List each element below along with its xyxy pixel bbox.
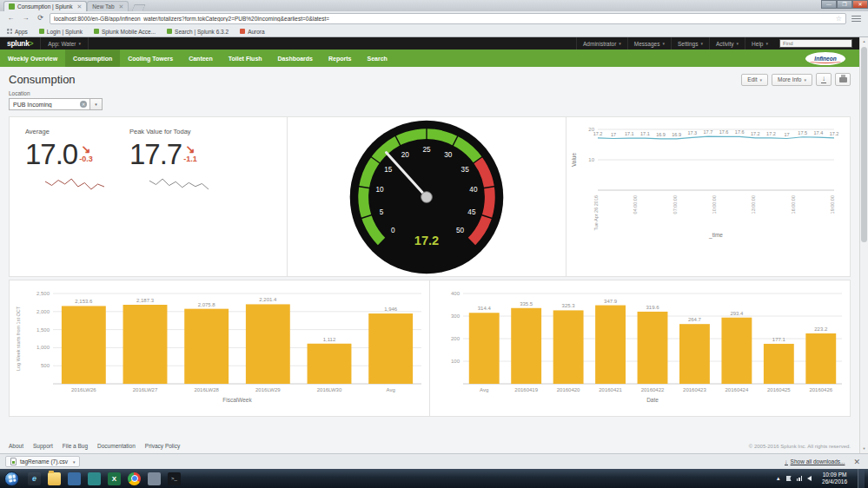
svg-text:2016LW28: 2016LW28: [194, 387, 219, 392]
svg-text:300: 300: [450, 313, 460, 319]
taskbar-app-blue-icon[interactable]: [68, 472, 81, 485]
nav-weekly-overview[interactable]: Weekly Overview: [0, 49, 65, 67]
taskbar-file-explorer-icon[interactable]: [48, 472, 61, 485]
nav-search[interactable]: Search: [359, 49, 394, 67]
export-button[interactable]: ↓: [816, 73, 832, 86]
bookmark-search-splunk[interactable]: Search | Splunk 6.3.2: [167, 29, 229, 35]
app-menu[interactable]: App: Water▾: [40, 37, 89, 49]
bookmark-apps[interactable]: Apps: [7, 29, 28, 35]
footer-link-support[interactable]: Support: [33, 443, 53, 449]
footer-link-documentation[interactable]: Documentation: [97, 443, 136, 449]
nav-reports[interactable]: Reports: [321, 49, 359, 67]
tab-consumption[interactable]: Consumption | Splunk ✕: [3, 1, 87, 11]
tab-new-tab[interactable]: New Tab ✕: [87, 1, 129, 11]
splunk-favicon-icon: [9, 3, 15, 10]
taskbar-terminal-icon[interactable]: >_: [168, 472, 181, 485]
nav-cooling-towers[interactable]: Cooling Towers: [120, 49, 181, 67]
action-center-flag-icon[interactable]: [786, 476, 792, 481]
tab-close-icon[interactable]: ✕: [76, 3, 82, 10]
svg-text:17.2: 17.2: [766, 131, 776, 136]
page-scrollbar[interactable]: ▲ ▼: [859, 37, 868, 453]
find-input[interactable]: [779, 39, 852, 48]
footer-link-privacy-policy[interactable]: Privacy Policy: [145, 443, 180, 449]
svg-text:Date: Date: [646, 397, 659, 403]
nav-canteen[interactable]: Canteen: [181, 49, 221, 67]
bookmark-star-icon[interactable]: ☆: [836, 16, 842, 23]
svg-text:1,946: 1,946: [384, 307, 398, 312]
close-button[interactable]: ✕: [852, 0, 868, 9]
menu-administrator[interactable]: Administrator▾: [576, 37, 627, 49]
new-tab-button[interactable]: [132, 4, 146, 11]
chevron-down-icon: ▾: [79, 41, 82, 46]
menu-help[interactable]: Help▾: [745, 37, 774, 49]
footer-link-about[interactable]: About: [9, 443, 23, 449]
volume-icon[interactable]: [807, 476, 812, 481]
print-button[interactable]: [835, 73, 851, 86]
scrollbar-thumb[interactable]: [861, 47, 867, 242]
location-input[interactable]: [9, 98, 90, 110]
svg-text:16.9: 16.9: [672, 132, 681, 137]
nav-consumption[interactable]: Consumption: [65, 49, 120, 67]
more-info-button[interactable]: More Info▾: [772, 74, 812, 86]
page-icon: [240, 29, 245, 34]
svg-text:15: 15: [384, 165, 393, 173]
taskbar-internet-explorer-icon[interactable]: e: [28, 472, 41, 485]
bookmark-login-splunk[interactable]: Login | Splunk: [39, 29, 83, 35]
taskbar-clock[interactable]: 10:09 PM 26/4/2016: [817, 472, 852, 486]
bookmark-aurora[interactable]: Aurora: [240, 29, 265, 35]
nav-toilet-flush[interactable]: Toilet Flush: [221, 49, 270, 67]
svg-text:293.4: 293.4: [730, 311, 744, 316]
scroll-down-arrow-icon[interactable]: ▼: [860, 445, 868, 453]
clear-filter-icon[interactable]: ✕: [80, 101, 87, 108]
tab-close-icon[interactable]: ✕: [119, 3, 124, 10]
download-bar-close-icon[interactable]: ✕: [853, 458, 860, 466]
taskbar-app-gray-icon[interactable]: [148, 472, 161, 485]
chevron-down-icon[interactable]: ▾: [73, 459, 76, 465]
tab-title: New Tab: [92, 3, 114, 10]
refresh-button[interactable]: ⟳: [35, 13, 46, 24]
downloaded-file-button[interactable]: tagRename (7).csv ▾: [5, 456, 80, 467]
line-chart-panel: 102017.21717.117.116.916.917.317.717.617…: [567, 116, 851, 277]
windows-taskbar: e X >_ ▲ 10:09 PM 26/4/2016: [0, 469, 868, 488]
taskbar-chrome-icon[interactable]: [128, 472, 141, 485]
url-input[interactable]: [54, 16, 836, 22]
hidden-icons-arrow-icon[interactable]: ▲: [776, 476, 781, 481]
radial-gauge-chart[interactable]: 0510152025303540455017.2: [348, 118, 506, 276]
taskbar-app-teal-icon[interactable]: [88, 472, 101, 485]
footer-link-file-a-bug[interactable]: File a Bug: [63, 443, 88, 449]
edit-button[interactable]: Edit▾: [741, 74, 768, 86]
minimize-button[interactable]: —: [821, 0, 837, 9]
svg-text:400: 400: [450, 291, 460, 296]
daily-bar-chart[interactable]: 100200300400314.4Avg335.520160419325.320…: [434, 283, 849, 415]
svg-text:500: 500: [41, 363, 50, 368]
svg-text:17.2: 17.2: [414, 233, 439, 247]
network-icon[interactable]: [797, 476, 803, 481]
panel-row-1: Average 17.0 ↘ -0.3 Peak Value for Today: [9, 116, 851, 277]
bookmark-splunk-mobile[interactable]: Splunk Mobile Acce...: [94, 29, 156, 35]
maximize-button[interactable]: ❐: [837, 0, 852, 9]
single-value-average: Average 17.0 ↘ -0.3: [25, 128, 105, 276]
menu-settings[interactable]: Settings▾: [671, 37, 709, 49]
svg-text:35: 35: [461, 165, 470, 173]
browser-menu-icon[interactable]: [850, 14, 863, 24]
menu-messages[interactable]: Messages▾: [627, 37, 671, 49]
location-dropdown-button[interactable]: ▾: [90, 98, 103, 110]
value-over-time-line-chart[interactable]: 102017.21717.117.116.916.917.317.717.617…: [570, 121, 848, 242]
single-value-label: Average: [25, 128, 105, 135]
svg-text:17.5: 17.5: [798, 130, 807, 135]
scroll-up-arrow-icon[interactable]: ▲: [860, 37, 868, 46]
peak-sparkline: [149, 177, 209, 191]
show-desktop-button[interactable]: [858, 469, 865, 488]
svg-text:Avg: Avg: [387, 387, 395, 392]
start-button[interactable]: [4, 472, 19, 486]
menu-activity[interactable]: Activity▾: [709, 37, 745, 49]
nav-dashboards[interactable]: Dashboards: [270, 49, 321, 67]
taskbar-excel-icon[interactable]: X: [108, 472, 121, 485]
svg-text:50: 50: [456, 227, 465, 234]
fiscal-week-bar-chart[interactable]: 5001,0001,5002,0002,5002,153.62016LW262,…: [13, 283, 428, 415]
back-button[interactable]: ←: [5, 13, 17, 24]
url-bar: ☆: [50, 13, 846, 24]
forward-button[interactable]: →: [20, 13, 31, 24]
show-all-downloads-link[interactable]: ↓ Show all downloads...: [785, 458, 845, 465]
splunk-logo[interactable]: splunk>: [0, 39, 40, 48]
